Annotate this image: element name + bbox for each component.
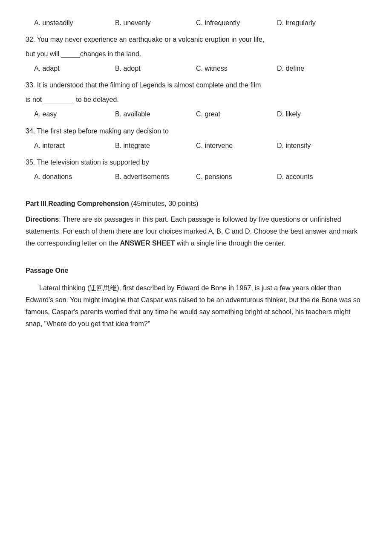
question-33-block: 33. It is understood that the filming of… <box>26 79 366 120</box>
question-34-block: 34. The first step before making any dec… <box>26 125 366 151</box>
passage-one-paragraph1: Lateral thinking (迂回思维), first described… <box>26 282 366 330</box>
option-35-a: A. donations <box>34 171 115 182</box>
option-34-b: B. integrate <box>115 140 196 151</box>
option-33-c: C. great <box>196 108 277 120</box>
question-32-line1: 32. You may never experience an earthqua… <box>26 36 264 43</box>
option-34-d: D. intensify <box>277 140 358 151</box>
passage-one-body: Lateral thinking (迂回思维), first described… <box>26 282 366 330</box>
option-34-a: A. interact <box>34 140 115 151</box>
part3-heading-normal: (45minutes, 30 points) <box>129 200 199 207</box>
question-33-text2: is not ________ to be delayed. <box>26 94 366 106</box>
options-row-33: A. easy B. available C. great D. likely <box>34 108 366 120</box>
question-32-block: 32. You may never experience an earthqua… <box>26 34 366 74</box>
option-33-d: D. likely <box>277 108 358 120</box>
question-35-block: 35. The television station is supported … <box>26 156 366 182</box>
option-32-a: A. adapt <box>34 63 115 74</box>
part3-heading-bold: Part III Reading Comprehension <box>26 200 129 207</box>
directions-end: with a single line through the center. <box>175 240 285 247</box>
option-31-d: D. irregularly <box>277 17 358 29</box>
option-32-c: C. witness <box>196 63 277 74</box>
passage-one-title: Passage One <box>26 265 366 276</box>
option-31-b: B. unevenly <box>115 17 196 29</box>
options-row-31: A. unsteadily B. unevenly C. infrequentl… <box>34 17 366 29</box>
question-33-text: 33. It is understood that the filming of… <box>26 79 366 91</box>
question-32-text2: but you will _____changes in the land. <box>26 48 366 60</box>
option-33-a: A. easy <box>34 108 115 120</box>
option-31-c: C. infrequently <box>196 17 277 29</box>
options-row-32: A. adapt B. adopt C. witness D. define <box>34 63 366 74</box>
question-34-text: 34. The first step before making any dec… <box>26 125 366 137</box>
options-row-34: A. interact B. integrate C. intervene D.… <box>34 140 366 151</box>
option-32-b: B. adopt <box>115 63 196 74</box>
option-35-c: C. pensions <box>196 171 277 182</box>
option-33-b: B. available <box>115 108 196 120</box>
option-35-d: D. accounts <box>277 171 358 182</box>
question-32-text: 32. You may never experience an earthqua… <box>26 34 366 46</box>
option-31-a: A. unsteadily <box>34 17 115 29</box>
option-32-d: D. define <box>277 63 358 74</box>
directions-label-bold: Directions <box>26 216 59 223</box>
question-31-options-block: A. unsteadily B. unevenly C. infrequentl… <box>26 17 366 29</box>
answer-sheet-bold: ANSWER SHEET <box>120 240 175 247</box>
options-row-35: A. donations B. advertisements C. pensio… <box>34 171 366 182</box>
part3-directions: Directions: There are six passages in th… <box>26 214 366 249</box>
part3-header: Part III Reading Comprehension (45minute… <box>26 198 366 209</box>
option-34-c: C. intervene <box>196 140 277 151</box>
option-35-b: B. advertisements <box>115 171 196 182</box>
question-35-text: 35. The television station is supported … <box>26 156 366 168</box>
